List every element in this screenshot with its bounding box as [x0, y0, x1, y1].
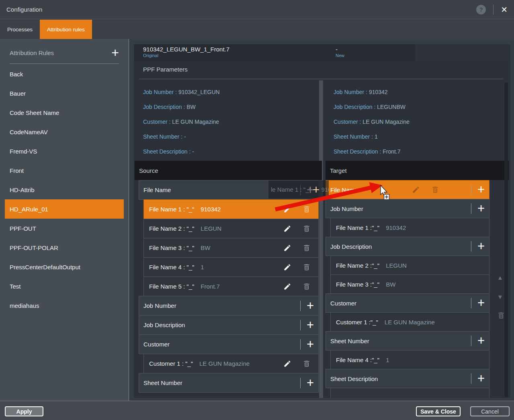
- sidebar-item-back[interactable]: Back: [0, 64, 129, 84]
- add-icon[interactable]: +: [476, 374, 486, 383]
- target-value-row-file-name-4[interactable]: File Name 4 :"_"1: [330, 350, 489, 369]
- source-value-row-file-name-2[interactable]: File Name 2 : "_"LEGUN: [143, 219, 319, 238]
- add-icon[interactable]: +: [476, 336, 486, 346]
- row-label: Customer: [139, 341, 170, 348]
- target-value-row-file-name-3[interactable]: File Name 3 :"_"BW: [330, 275, 489, 294]
- add-icon[interactable]: +: [305, 378, 315, 388]
- original-params-list: Job Number : 910342_LEGUNJob Description…: [143, 84, 220, 159]
- target-value-row-customer-1[interactable]: Customer 1 :"_"LE GUN Magazine: [330, 312, 489, 332]
- drag-ghost-label: le Name 1 : "_": [268, 186, 311, 193]
- help-icon[interactable]: ?: [476, 5, 486, 14]
- footer-bar: Apply Save & Close Cancel: [0, 401, 514, 420]
- row-label: File Name 4 :"_": [331, 356, 379, 363]
- new-param-job-description: Job Description : LEGUNBW: [334, 99, 410, 114]
- drop-delete-icon[interactable]: [497, 311, 505, 321]
- cancel-button[interactable]: Cancel: [470, 406, 510, 416]
- original-param-label: Job Description: [143, 104, 182, 110]
- target-group-row-file-name[interactable]: File Name+: [326, 180, 489, 199]
- delete-trash-icon[interactable]: [302, 224, 311, 233]
- source-value-row-file-name-4[interactable]: File Name 4 : "_"1: [143, 257, 319, 277]
- source-value-row-file-name-1[interactable]: File Name 1 : "_"910342: [143, 199, 319, 219]
- row-label: Job Number: [326, 205, 363, 212]
- new-param-label: Sheet Number: [334, 133, 370, 140]
- sidebar-item-test[interactable]: Test: [0, 277, 129, 296]
- edit-pencil-icon[interactable]: [283, 359, 292, 368]
- target-title: Target: [326, 167, 347, 174]
- add-icon[interactable]: +: [476, 298, 486, 308]
- sidebar-item-mediahaus[interactable]: mediahaus: [0, 296, 129, 315]
- new-param-value: Front.7: [383, 148, 400, 155]
- source-value-row-file-name-3[interactable]: File Name 3 : "_"BW: [143, 238, 319, 258]
- row-value: BW: [201, 244, 210, 251]
- original-param-job-description: Job Description : BW: [143, 99, 220, 114]
- target-group-row-sheet-number[interactable]: Sheet Number+: [326, 331, 489, 350]
- tab-attribution-rules[interactable]: Attribution rules: [40, 20, 92, 39]
- delete-trash-icon[interactable]: [431, 185, 440, 194]
- edit-pencil-icon[interactable]: [283, 263, 292, 272]
- vertical-scrollbar[interactable]: [504, 82, 508, 397]
- close-icon[interactable]: ✕: [501, 5, 508, 14]
- source-group-row-sheet-number[interactable]: Sheet Number+: [139, 373, 319, 393]
- source-value-row-file-name-5[interactable]: File Name 5 : "_"Front.7: [143, 277, 319, 296]
- new-param-label: Sheet Description: [334, 148, 378, 155]
- edit-pencil-icon[interactable]: [412, 185, 420, 194]
- row-label: File Name 5 : "_": [144, 283, 194, 290]
- target-value-row-partial[interactable]: [330, 388, 489, 398]
- target-group-row-job-description[interactable]: Job Description+: [326, 237, 489, 256]
- source-group-row-job-description[interactable]: Job Description+: [139, 315, 319, 335]
- target-group-row-sheet-description[interactable]: Sheet Description+: [326, 369, 489, 388]
- source-group-row-customer[interactable]: Customer+: [139, 334, 319, 354]
- edit-pencil-icon[interactable]: [283, 244, 292, 252]
- sidebar-item-presscenterdefaultoutput[interactable]: PressCenterDefaultOutput: [0, 257, 129, 277]
- sidebar-item-front[interactable]: Front: [0, 161, 129, 180]
- source-value-row-customer-1[interactable]: Customer 1 : "_"LE GUN Magazine: [143, 354, 319, 373]
- add-icon[interactable]: +: [305, 320, 315, 330]
- delete-trash-icon[interactable]: [302, 263, 311, 272]
- tab-processes[interactable]: Processes: [0, 20, 40, 39]
- add-icon[interactable]: +: [476, 242, 486, 251]
- row-label: File Name 1 : "_": [144, 206, 194, 213]
- original-param-label: Job Number: [143, 89, 174, 95]
- sidebar-item-fremd-vs[interactable]: Fremd-VS: [0, 141, 129, 161]
- sidebar-divider: [10, 64, 119, 64]
- row-value: Front.7: [201, 283, 220, 290]
- delete-trash-icon[interactable]: [302, 205, 311, 214]
- edit-pencil-icon[interactable]: [283, 205, 292, 214]
- target-value-row-file-name-1[interactable]: File Name 1 :"_"910342: [330, 218, 489, 237]
- save-close-button[interactable]: Save & Close: [416, 406, 461, 416]
- sidebar-item-codenameav[interactable]: CodeNameAV: [0, 122, 129, 141]
- row-label: Job Description: [326, 243, 372, 250]
- original-param-value: 910342_LEGUN: [178, 89, 220, 95]
- edit-pencil-icon[interactable]: [283, 282, 292, 291]
- sidebar-item-ppf-out-polar[interactable]: PPF-OUT-POLAR: [0, 238, 129, 257]
- source-title: Source: [135, 167, 158, 174]
- add-icon[interactable]: +: [476, 185, 486, 195]
- target-value-row-file-name-2[interactable]: File Name 2 :"_"LEGUN: [330, 256, 489, 275]
- delete-trash-icon[interactable]: [302, 359, 311, 368]
- delete-trash-icon[interactable]: [302, 244, 311, 252]
- delete-trash-icon[interactable]: [302, 282, 311, 291]
- sidebar-item-hd-arule-01[interactable]: HD_ARule_01: [5, 199, 124, 219]
- add-icon[interactable]: +: [305, 340, 315, 349]
- new-param-value: LE GUN Magazine: [362, 119, 410, 125]
- apply-button[interactable]: Apply: [5, 406, 43, 416]
- scroll-down-icon[interactable]: ▼: [497, 293, 503, 300]
- row-value: LEGUN: [386, 262, 407, 269]
- edit-pencil-icon[interactable]: [283, 224, 292, 233]
- add-rule-icon[interactable]: +: [111, 48, 119, 57]
- target-group-row-customer[interactable]: Customer+: [326, 293, 489, 313]
- add-icon[interactable]: +: [305, 301, 315, 311]
- row-label: File Name 4 : "_": [144, 264, 194, 270]
- original-param-label: Sheet Description: [143, 148, 188, 155]
- target-group-row-job-number[interactable]: Job Number+: [326, 199, 489, 218]
- column-divider: [319, 80, 323, 398]
- sidebar-item-code-sheet-name[interactable]: Code Sheet Name: [0, 103, 129, 122]
- target-header: Target: [326, 161, 509, 180]
- sidebar-item-bauer[interactable]: Bauer: [0, 84, 129, 103]
- add-icon[interactable]: +: [476, 204, 486, 213]
- row-label: Customer: [326, 300, 356, 307]
- source-group-row-job-number[interactable]: Job Number+: [139, 296, 319, 316]
- sidebar-item-hd-attrib[interactable]: HD-Attrib: [0, 180, 129, 199]
- sidebar-item-ppf-out[interactable]: PPF-OUT: [0, 219, 129, 238]
- scroll-up-icon[interactable]: ▲: [497, 274, 503, 281]
